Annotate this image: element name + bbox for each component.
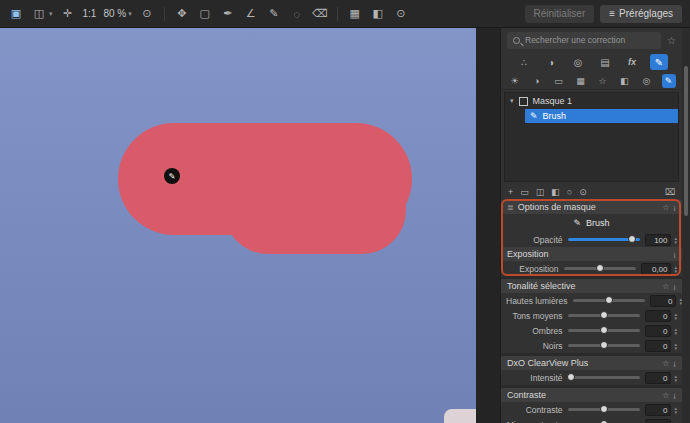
slider-track[interactable]	[573, 299, 645, 302]
exposure-slider-track[interactable]	[564, 267, 636, 270]
single-view-icon[interactable]: ▣	[8, 6, 24, 22]
search-input[interactable]: Rechercher une correction	[507, 32, 661, 49]
mask-visibility-checkbox[interactable]	[519, 97, 528, 106]
stepper[interactable]: ▴▾	[674, 374, 677, 382]
invert-mask-icon[interactable]: ◧	[551, 187, 560, 197]
subtab-crop-icon[interactable]: ▭	[552, 74, 566, 88]
eraser-tool-icon[interactable]: ⌫	[312, 6, 328, 22]
split-view-caret-icon[interactable]: ▾	[49, 10, 53, 18]
section-header-clearview[interactable]: DxO ClearView Plus ☆ ¡	[501, 356, 682, 370]
show-mask-icon[interactable]: ⊙	[579, 187, 587, 197]
duplicate-mask-icon[interactable]: ◫	[536, 187, 545, 197]
slider-value[interactable]: 0	[650, 295, 676, 307]
slider-track[interactable]	[568, 408, 640, 411]
panel-scrollbar[interactable]	[682, 28, 690, 423]
tab-local-adjustments-icon[interactable]: ✎	[650, 54, 668, 70]
zoom-fit-icon[interactable]: ⊙	[139, 6, 155, 22]
crop-tool-icon[interactable]: ▢	[197, 6, 213, 22]
slider-thumb[interactable]	[600, 341, 608, 349]
expand-chevron-icon[interactable]: ▾	[510, 97, 514, 105]
show-mask-eye-icon[interactable]: ⊙	[393, 6, 409, 22]
circle-mask-icon[interactable]: ○	[567, 187, 572, 197]
scrollbar-thumb[interactable]	[684, 66, 688, 216]
favorites-filter-icon[interactable]: ☆	[667, 35, 676, 46]
subtab-circle-icon[interactable]: ◎	[640, 74, 654, 88]
slider-value[interactable]: 0	[645, 310, 671, 322]
trash-icon[interactable]: ⌧	[665, 187, 675, 197]
slider-thumb[interactable]	[600, 326, 608, 334]
stepper[interactable]: ▴ ▾	[674, 236, 677, 244]
stepper[interactable]: ▴▾	[674, 327, 677, 335]
stepper-down-icon[interactable]: ▾	[674, 346, 677, 350]
reset-section-icon[interactable]: ¡	[673, 359, 676, 368]
reset-section-icon[interactable]: ¡	[673, 250, 676, 259]
compare-icon[interactable]: ◧	[370, 6, 386, 22]
stepper-down-icon[interactable]: ▾	[674, 410, 677, 414]
subtab-favorites-icon[interactable]: ☆	[596, 74, 610, 88]
split-view-icon[interactable]: ◫	[31, 6, 47, 22]
zoom-level-value[interactable]: 80 %	[103, 8, 126, 19]
slider-track[interactable]	[568, 376, 640, 379]
slider-track[interactable]	[568, 314, 640, 317]
zoom-1to1-button[interactable]: 1:1	[83, 8, 97, 19]
section-header-mask-options[interactable]: ≣ Options de masque ☆ ¡	[501, 200, 682, 214]
opacity-slider-thumb[interactable]	[628, 235, 636, 243]
slider-value[interactable]: 0	[645, 325, 671, 337]
add-mask-icon[interactable]: +	[508, 187, 513, 197]
subtab-color-icon[interactable]: ◑	[530, 74, 544, 88]
slider-value[interactable]: 0	[645, 404, 671, 416]
favorite-star-icon[interactable]: ☆	[662, 282, 669, 291]
drag-handle-icon[interactable]: ≣	[507, 203, 514, 212]
mask-layer-row[interactable]: ▾ Masque 1	[505, 93, 678, 109]
stepper-down-icon[interactable]: ▾	[674, 269, 677, 273]
stepper-down-icon[interactable]: ▾	[674, 316, 677, 320]
slider-track[interactable]	[568, 329, 640, 332]
reset-section-icon[interactable]: ¡	[673, 282, 676, 291]
slider-value[interactable]: 0	[645, 419, 671, 423]
image-canvas[interactable]: ✎	[0, 28, 476, 423]
slider-track[interactable]	[568, 344, 640, 347]
slider-thumb[interactable]	[567, 373, 575, 381]
favorite-star-icon[interactable]: ☆	[662, 203, 669, 212]
new-selection-icon[interactable]: ▭	[520, 187, 529, 197]
subtab-brush-icon[interactable]: ✎	[662, 74, 676, 88]
horizon-tool-icon[interactable]: ∠	[243, 6, 259, 22]
favorite-star-icon[interactable]: ☆	[662, 359, 669, 368]
tab-detail-icon[interactable]: ◎	[569, 54, 587, 70]
favorite-star-icon[interactable]: ☆	[662, 391, 669, 400]
slider-value[interactable]: 0	[645, 340, 671, 352]
pipette-tool-icon[interactable]: ✒	[220, 6, 236, 22]
subtab-exposure-icon[interactable]: ☀	[508, 74, 522, 88]
exposure-slider-thumb[interactable]	[596, 264, 604, 272]
grid-overlay-icon[interactable]: ▦	[347, 6, 363, 22]
subtab-grid-icon[interactable]: ▦	[574, 74, 588, 88]
tab-geometry-icon[interactable]: ▤	[596, 54, 614, 70]
stepper-down-icon[interactable]: ▾	[674, 378, 677, 382]
zoom-caret-icon[interactable]: ▾	[128, 10, 132, 18]
stepper[interactable]: ▴▾	[674, 312, 677, 320]
presets-button[interactable]: ≡ Préréglages	[600, 5, 682, 23]
opacity-slider-track[interactable]	[568, 238, 640, 241]
reset-section-icon[interactable]: ¡	[673, 203, 676, 212]
section-header-tonalite[interactable]: Tonalité sélective ☆ ¡	[501, 279, 682, 293]
stepper[interactable]: ▴ ▾	[674, 265, 677, 273]
reset-section-icon[interactable]: ¡	[673, 391, 676, 400]
move-tool-icon[interactable]: ✛	[60, 6, 76, 22]
tab-light-icon[interactable]: ∴	[515, 54, 533, 70]
auto-mask-tool-icon[interactable]: ◌	[289, 6, 305, 22]
brush-tool-icon[interactable]: ✎	[266, 6, 282, 22]
mask-tool-item-brush[interactable]: ✎ Brush	[525, 109, 678, 123]
stepper-down-icon[interactable]: ▾	[674, 331, 677, 335]
section-header-contrast[interactable]: Contraste ☆ ¡	[501, 388, 682, 402]
slider-value[interactable]: 0	[645, 372, 671, 384]
slider-thumb[interactable]	[600, 405, 608, 413]
slider-thumb[interactable]	[600, 311, 608, 319]
section-header-exposure[interactable]: Exposition ¡	[501, 247, 682, 261]
subtab-gradient-icon[interactable]: ◧	[618, 74, 632, 88]
stepper[interactable]: ▴▾	[674, 342, 677, 350]
hand-tool-icon[interactable]: ✥	[174, 6, 190, 22]
stepper[interactable]: ▴▾	[674, 406, 677, 414]
tab-color-icon[interactable]: ◑	[542, 54, 560, 70]
stepper-down-icon[interactable]: ▾	[674, 240, 677, 244]
tab-effects-icon[interactable]: fx	[623, 54, 641, 70]
